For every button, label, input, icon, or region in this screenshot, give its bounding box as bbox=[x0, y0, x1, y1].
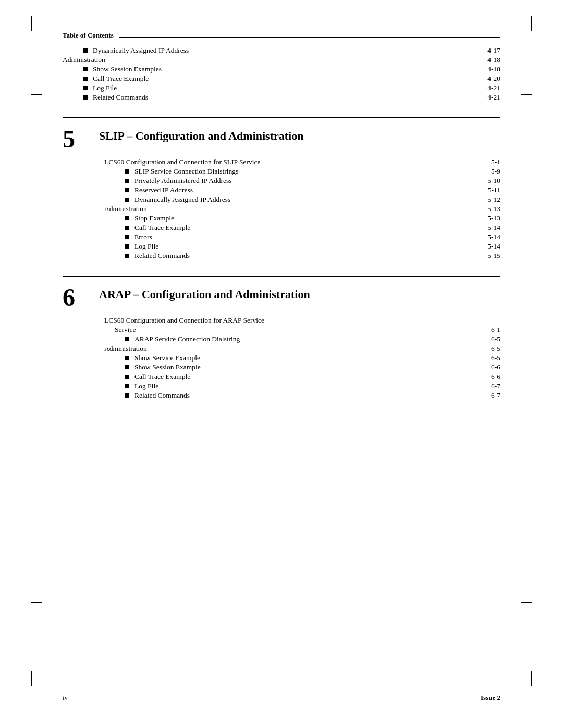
toc-entry-page: 4-21 bbox=[487, 93, 500, 102]
toc-entry-label: Errors bbox=[125, 233, 152, 241]
bullet-icon bbox=[125, 254, 129, 258]
bullet-icon bbox=[83, 95, 88, 100]
toc-entry-text: Call Trace Example bbox=[134, 373, 190, 381]
toc-entry: Dynamically Assigned IP Address4-17 bbox=[63, 46, 500, 55]
corner-mark-top-right bbox=[516, 16, 532, 31]
toc-entry: Show Service Example6-5 bbox=[104, 354, 500, 362]
toc-entry: LCS60 Configuration and Connection for S… bbox=[104, 158, 500, 166]
toc-entry-label: Related Commands bbox=[125, 252, 190, 260]
corner-mark-top-left bbox=[31, 16, 47, 31]
chapter-header: 5SLIP – Configuration and Administration bbox=[63, 127, 500, 152]
toc-entry-label: ARAP Service Connection Dialstring bbox=[125, 335, 240, 343]
toc-entry-text: Related Commands bbox=[134, 391, 190, 400]
toc-entry-label: Show Service Example bbox=[125, 354, 200, 362]
toc-entry-page: 5-14 bbox=[487, 233, 500, 241]
toc-entry: Log File5-14 bbox=[104, 242, 500, 251]
toc-entry-page: 6-1 bbox=[491, 326, 500, 334]
toc-entry-page: 6-5 bbox=[491, 344, 500, 353]
toc-entry: Related Commands5-15 bbox=[104, 252, 500, 260]
chapter-number: 6 bbox=[63, 285, 89, 310]
corner-mark-bottom-left bbox=[31, 671, 47, 686]
page: Table of Contents Dynamically Assigned I… bbox=[0, 0, 563, 728]
toc-entry-page: 5-14 bbox=[487, 242, 500, 251]
toc-entry-text: Service bbox=[115, 326, 136, 334]
toc-entry-text: Reserved IP Address bbox=[134, 186, 193, 194]
toc-entry-page: 4-18 bbox=[487, 65, 500, 73]
toc-entry-text: Log File bbox=[134, 382, 158, 390]
toc-entry: Related Commands6-7 bbox=[104, 391, 500, 400]
toc-entry-label: Related Commands bbox=[125, 391, 190, 400]
bullet-icon bbox=[125, 226, 129, 230]
toc-entry: ARAP Service Connection Dialstring6-5 bbox=[104, 335, 500, 343]
chapter-title: SLIP – Configuration and Administration bbox=[99, 127, 303, 144]
side-mark-right-top bbox=[521, 94, 532, 95]
chapter-section-1: 5SLIP – Configuration and Administration… bbox=[63, 117, 500, 260]
toc-entry-label: Show Session Examples bbox=[83, 65, 162, 73]
toc-entry: Show Session Examples4-18 bbox=[63, 65, 500, 73]
toc-entry-text: Show Session Example bbox=[134, 363, 201, 372]
toc-entry-label: Call Trace Example bbox=[125, 224, 190, 232]
toc-entry-text: Call Trace Example bbox=[93, 75, 149, 83]
toc-header-label: Table of Contents bbox=[63, 31, 114, 40]
toc-entry-text: Call Trace Example bbox=[134, 224, 190, 232]
toc-entry: Errors5-14 bbox=[104, 233, 500, 241]
toc-entry-page: 6-7 bbox=[491, 391, 500, 400]
footer: iv Issue 2 bbox=[63, 694, 500, 702]
bullet-icon bbox=[125, 169, 129, 174]
footer-issue: Issue 2 bbox=[481, 694, 500, 702]
corner-mark-bottom-right bbox=[516, 671, 532, 686]
toc-entry: Administration4-18 bbox=[63, 56, 500, 64]
toc-entry: Reserved IP Address5-11 bbox=[104, 186, 500, 194]
chapter-title: ARAP – Configuration and Administration bbox=[99, 285, 310, 302]
toc-entry-label: Reserved IP Address bbox=[125, 186, 193, 194]
toc-entry-page: 5-1 bbox=[491, 158, 500, 166]
bullet-icon bbox=[125, 356, 129, 360]
toc-entry-text: Related Commands bbox=[93, 93, 148, 102]
bullet-icon bbox=[125, 365, 129, 369]
chapter-header: 6ARAP – Configuration and Administration bbox=[63, 285, 500, 310]
toc-entry-label: Call Trace Example bbox=[125, 373, 190, 381]
toc-entry-page: 4-20 bbox=[487, 75, 500, 83]
toc-entry-text: Dynamically Assigned IP Address bbox=[134, 195, 230, 204]
toc-entry-page: 4-18 bbox=[487, 56, 500, 64]
chapter-entries: LCS60 Configuration and Connection for S… bbox=[104, 158, 500, 260]
toc-entry-text: Log File bbox=[93, 84, 117, 92]
toc-entry-page: 6-6 bbox=[491, 363, 500, 372]
intro-entries: Dynamically Assigned IP Address4-17Admin… bbox=[63, 46, 500, 102]
toc-entry-page: 5-13 bbox=[487, 205, 500, 213]
toc-entry-page: 4-17 bbox=[487, 46, 500, 55]
toc-entry: SLIP Service Connection Dialstrings5-9 bbox=[104, 167, 500, 176]
chapter-section-2: 6ARAP – Configuration and Administration… bbox=[63, 276, 500, 400]
bullet-icon bbox=[83, 77, 88, 81]
toc-entry-text: LCS60 Configuration and Connection for A… bbox=[104, 316, 264, 325]
toc-entry-label: LCS60 Configuration and Connection for S… bbox=[104, 158, 260, 166]
toc-entry-page: 5-10 bbox=[487, 177, 500, 185]
side-mark-left-bottom bbox=[31, 602, 42, 603]
toc-entry-page: 5-12 bbox=[487, 195, 500, 204]
toc-entry-label: Log File bbox=[125, 382, 158, 390]
toc-entry-text: Stop Example bbox=[134, 214, 174, 223]
bullet-icon bbox=[125, 235, 129, 239]
toc-entry-text: Administration bbox=[104, 205, 147, 213]
toc-entry-page: 5-11 bbox=[488, 186, 500, 194]
toc-entry-page: 5-13 bbox=[487, 214, 500, 223]
bullet-icon bbox=[125, 198, 129, 202]
toc-entry-label: Log File bbox=[83, 84, 117, 92]
toc-entry-label: Stop Example bbox=[125, 214, 174, 223]
chapter-number: 5 bbox=[63, 127, 89, 152]
toc-entry-page: 5-9 bbox=[491, 167, 500, 176]
toc-entry-text: Dynamically Assigned IP Address bbox=[93, 46, 189, 55]
toc-entry-page: 5-15 bbox=[487, 252, 500, 260]
toc-entry-label: SLIP Service Connection Dialstrings bbox=[125, 167, 238, 176]
bullet-icon bbox=[125, 337, 129, 341]
toc-entry: Stop Example5-13 bbox=[104, 214, 500, 223]
toc-entry-text: Show Session Examples bbox=[93, 65, 162, 73]
toc-entry: Dynamically Assigned IP Address5-12 bbox=[104, 195, 500, 204]
bullet-icon bbox=[83, 67, 88, 71]
toc-entry-text: Administration bbox=[104, 344, 147, 353]
toc-entry-label: Log File bbox=[125, 242, 158, 251]
toc-entry-label: Administration bbox=[104, 344, 147, 353]
toc-header-line bbox=[119, 37, 500, 38]
toc-entry-text: Errors bbox=[134, 233, 152, 241]
bullet-icon bbox=[83, 86, 88, 90]
